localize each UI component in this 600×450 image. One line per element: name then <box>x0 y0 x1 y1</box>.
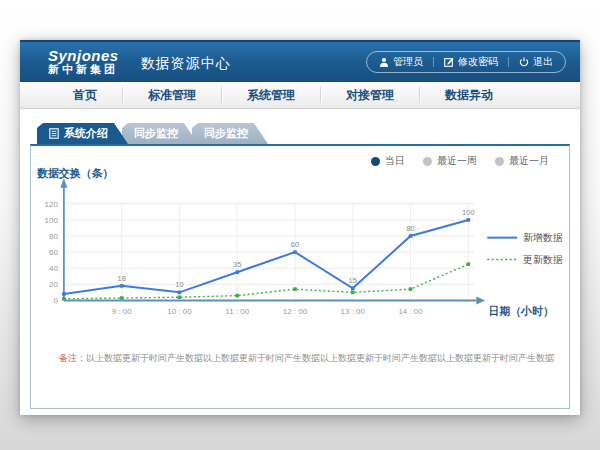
tab-system-intro[interactable]: 系统介绍 <box>37 123 128 144</box>
svg-text:新增数据: 新增数据 <box>523 232 563 243</box>
page-title: 数据资源中心 <box>141 51 231 73</box>
svg-text:60: 60 <box>49 248 58 257</box>
app-header: Synjones 新中新集团 数据资源中心 管理员 修改密码 <box>20 40 580 82</box>
svg-text:10: 10 <box>175 280 183 289</box>
tab-bar: 系统介绍 同步监控 同步监控 <box>37 123 570 144</box>
logo-chinese: 新中新集团 <box>48 64 119 76</box>
y-axis-title: 数据交换（条） <box>36 167 114 180</box>
time-range-filter: 当日 最近一周 最近一月 <box>371 154 549 168</box>
logo-english: Synjones <box>48 48 119 64</box>
svg-text:18: 18 <box>117 274 125 283</box>
svg-text:更新数据: 更新数据 <box>523 254 563 265</box>
radio-dot-selected <box>371 157 380 166</box>
svg-text:15: 15 <box>349 276 357 285</box>
chart-panel: 当日 最近一周 最近一月 0204060801001209 : 0010 : 0… <box>30 144 570 409</box>
tab-sync-monitor-2[interactable]: 同步监控 <box>192 123 268 144</box>
header-user-toolbar: 管理员 修改密码 退出 <box>366 51 566 73</box>
admin-user-button[interactable]: 管理员 <box>379 55 423 69</box>
nav-item-system-mgmt[interactable]: 系统管理 <box>222 82 320 108</box>
svg-text:60: 60 <box>291 240 299 249</box>
tab-label: 同步监控 <box>134 126 178 141</box>
svg-text:100: 100 <box>45 216 59 225</box>
svg-text:14 : 00: 14 : 00 <box>398 307 423 316</box>
footnote-prefix: 备注： <box>59 353 86 363</box>
logout-label: 退出 <box>533 55 553 69</box>
svg-text:12 : 00: 12 : 00 <box>283 307 308 316</box>
change-password-label: 修改密码 <box>458 55 498 69</box>
svg-text:35: 35 <box>233 260 241 269</box>
nav-item-home[interactable]: 首页 <box>48 82 122 108</box>
header-divider <box>508 57 509 67</box>
svg-text:120: 120 <box>45 200 59 209</box>
admin-label: 管理员 <box>393 55 423 69</box>
svg-text:10 : 00: 10 : 00 <box>167 307 192 316</box>
svg-text:20: 20 <box>49 280 58 289</box>
radio-last-month[interactable]: 最近一月 <box>495 154 549 168</box>
svg-text:40: 40 <box>49 264 58 273</box>
main-window: Synjones 新中新集团 数据资源中心 管理员 修改密码 <box>20 40 580 415</box>
content-area: 系统介绍 同步监控 同步监控 当日 最近一周 <box>20 109 580 409</box>
chart-legend: 新增数据更新数据 <box>487 232 563 265</box>
power-icon <box>519 57 529 67</box>
svg-text:80: 80 <box>406 224 414 233</box>
svg-text:100: 100 <box>462 208 474 217</box>
user-icon <box>379 57 389 67</box>
radio-label: 最近一周 <box>437 154 477 168</box>
chart-grid <box>64 204 474 300</box>
company-logo: Synjones 新中新集团 <box>48 48 119 75</box>
header-divider <box>433 57 434 67</box>
main-nav: 首页 标准管理 系统管理 对接管理 数据异动 <box>20 82 580 109</box>
exchange-chart: 0204060801001209 : 0010 : 0011 : 0012 : … <box>31 146 569 408</box>
svg-text:9 : 00: 9 : 00 <box>112 307 132 316</box>
footnote: 备注：以上数据更新于时间产生数据以上数据更新于时间产生数据以上数据更新于时间产生… <box>59 352 555 365</box>
radio-today[interactable]: 当日 <box>371 154 405 168</box>
svg-text:11 : 00: 11 : 00 <box>225 307 249 316</box>
nav-item-data-change[interactable]: 数据异动 <box>420 82 518 108</box>
nav-item-interface-mgmt[interactable]: 对接管理 <box>321 82 419 108</box>
svg-text:80: 80 <box>49 232 58 241</box>
tab-sync-monitor-1[interactable]: 同步监控 <box>122 123 198 144</box>
svg-text:0: 0 <box>53 296 58 305</box>
tab-label: 同步监控 <box>204 126 248 141</box>
edit-icon <box>444 57 454 67</box>
logout-button[interactable]: 退出 <box>519 55 553 69</box>
tab-label: 系统介绍 <box>64 126 108 141</box>
x-axis-title: 日期（小时） <box>488 305 554 318</box>
radio-label: 最近一月 <box>509 154 549 168</box>
nav-item-standard-mgmt[interactable]: 标准管理 <box>123 82 221 108</box>
radio-dot <box>495 157 504 166</box>
footnote-text: 以上数据更新于时间产生数据以上数据更新于时间产生数据以上数据更新于时间产生数据以… <box>86 353 555 363</box>
document-icon <box>49 128 59 139</box>
radio-label: 当日 <box>385 154 405 168</box>
svg-text:13 : 00: 13 : 00 <box>341 307 366 316</box>
radio-last-week[interactable]: 最近一周 <box>423 154 477 168</box>
change-password-button[interactable]: 修改密码 <box>444 55 498 69</box>
radio-dot <box>423 157 432 166</box>
